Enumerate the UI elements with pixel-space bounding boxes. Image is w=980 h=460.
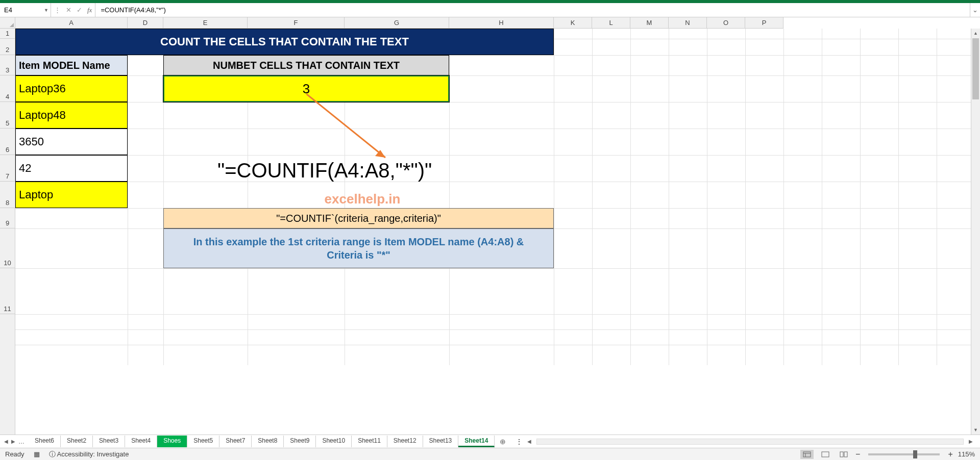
- sheet-tab-shoes[interactable]: Shoes: [157, 436, 187, 447]
- column-headers: ADEFGHKLMNOP: [15, 17, 783, 29]
- row-header-8[interactable]: 8: [0, 182, 15, 208]
- col-header-D[interactable]: D: [128, 17, 163, 28]
- formula-controls: ⋮ ✕ ✓ fx: [51, 3, 95, 17]
- tab-next-icon[interactable]: ▶: [11, 439, 15, 444]
- sheet-tab-sheet7[interactable]: Sheet7: [219, 436, 252, 447]
- name-box-value: E4: [4, 6, 12, 14]
- dots-icon[interactable]: ⋮: [54, 6, 61, 14]
- col-header-F[interactable]: F: [248, 17, 345, 28]
- col-header-G[interactable]: G: [345, 17, 449, 28]
- tabs-container: Sheet6Sheet2Sheet3Sheet4ShoesSheet5Sheet…: [29, 436, 495, 447]
- big-formula-text: "=COUNTIF(A4:A8,"*")": [214, 155, 572, 186]
- zoom-slider[interactable]: [868, 453, 940, 455]
- formula-expand-icon[interactable]: ⌄: [970, 3, 980, 17]
- col-header-P[interactable]: P: [745, 17, 783, 28]
- title-banner: COUNT THE CELLS THAT CONTAIN THE TEXT: [15, 29, 554, 55]
- row-header-1[interactable]: 1: [0, 29, 15, 39]
- tab-more-icon[interactable]: …: [18, 438, 24, 445]
- status-right: − + 115%: [800, 450, 975, 459]
- formula-input[interactable]: =COUNTIF(A4:A8,"*"): [95, 3, 970, 17]
- arrow-annotation: [306, 94, 398, 165]
- row-header-2[interactable]: 2: [0, 39, 15, 55]
- scroll-down-icon[interactable]: ▼: [971, 425, 980, 435]
- view-normal-icon[interactable]: [800, 450, 814, 459]
- sheet-tab-sheet6[interactable]: Sheet6: [29, 436, 61, 447]
- cancel-icon[interactable]: ✕: [66, 6, 71, 14]
- name-box[interactable]: E4 ▼: [0, 3, 51, 17]
- col-header-N[interactable]: N: [669, 17, 707, 28]
- hscroll-left-icon[interactable]: ◀: [525, 439, 533, 444]
- col-header-M[interactable]: M: [630, 17, 669, 28]
- sheet-tab-sheet3[interactable]: Sheet3: [93, 436, 125, 447]
- header-item-model: Item MODEL Name: [15, 55, 128, 75]
- hscroll-handle-icon[interactable]: ⋮: [516, 438, 522, 445]
- sheet-tab-sheet13[interactable]: Sheet13: [423, 436, 459, 447]
- formula-bar: E4 ▼ ⋮ ✕ ✓ fx =COUNTIF(A4:A8,"*") ⌄: [0, 3, 980, 17]
- col-header-H[interactable]: H: [449, 17, 554, 28]
- tab-nav: ◀ ▶ …: [0, 438, 29, 445]
- col-header-O[interactable]: O: [707, 17, 745, 28]
- row-header-6[interactable]: 6: [0, 129, 15, 155]
- scroll-up-icon[interactable]: ▲: [971, 29, 980, 38]
- result-value: 3: [303, 81, 310, 97]
- scroll-track[interactable]: [971, 100, 980, 425]
- sheet-tab-sheet11[interactable]: Sheet11: [352, 436, 387, 447]
- header-a-text: Item MODEL Name: [19, 60, 110, 71]
- view-page-break-icon[interactable]: [837, 450, 850, 459]
- row-header-11[interactable]: 11: [0, 268, 15, 314]
- zoom-out-button[interactable]: −: [855, 450, 860, 459]
- col-header-K[interactable]: K: [554, 17, 592, 28]
- accessibility-icon: ⓘ: [49, 450, 56, 458]
- hscroll-right-icon[interactable]: ▶: [967, 439, 975, 444]
- zoom-in-button[interactable]: +: [948, 450, 952, 459]
- svg-line-0: [306, 94, 385, 158]
- tab-prev-icon[interactable]: ◀: [4, 439, 8, 444]
- title-text: COUNT THE CELLS THAT CONTAIN THE TEXT: [160, 35, 409, 48]
- col-header-E[interactable]: E: [163, 17, 248, 28]
- cell-a7[interactable]: 42: [15, 155, 128, 182]
- add-sheet-button[interactable]: ⊕: [495, 438, 511, 446]
- col-header-L[interactable]: L: [592, 17, 630, 28]
- cell-a6[interactable]: 3650: [15, 129, 128, 155]
- sheet-tab-sheet4[interactable]: Sheet4: [125, 436, 157, 447]
- zoom-level[interactable]: 115%: [958, 450, 975, 458]
- accessibility-status[interactable]: ⓘ Accessibility: Investigate: [49, 450, 129, 459]
- svg-rect-2: [803, 452, 811, 457]
- chevron-down-icon[interactable]: ▼: [44, 8, 48, 13]
- sheet-tab-sheet8[interactable]: Sheet8: [252, 436, 284, 447]
- sheet-tab-sheet10[interactable]: Sheet10: [316, 436, 352, 447]
- cell-grid[interactable]: COUNT THE CELLS THAT CONTAIN THE TEXT It…: [15, 29, 980, 435]
- zoom-handle[interactable]: [913, 450, 917, 458]
- col-header-A[interactable]: A: [15, 17, 128, 28]
- vertical-scrollbar[interactable]: ▲ ▼: [971, 29, 980, 435]
- macro-icon[interactable]: ▦: [34, 450, 40, 458]
- formula-text: =COUNTIF(A4:A8,"*"): [101, 6, 165, 14]
- cell-a8[interactable]: Laptop: [15, 182, 128, 208]
- scroll-thumb[interactable]: [972, 38, 979, 99]
- fx-icon[interactable]: fx: [87, 6, 92, 14]
- sheet-tab-sheet12[interactable]: Sheet12: [387, 436, 423, 447]
- excel-app: E4 ▼ ⋮ ✕ ✓ fx =COUNTIF(A4:A8,"*") ⌄ ADEF…: [0, 0, 980, 460]
- row-header-3[interactable]: 3: [0, 55, 15, 75]
- cell-a4[interactable]: Laptop36: [15, 75, 128, 102]
- row-header-9[interactable]: 9: [0, 208, 15, 228]
- sheet-tab-sheet2[interactable]: Sheet2: [61, 436, 93, 447]
- sheet-tab-sheet5[interactable]: Sheet5: [187, 436, 219, 447]
- sheet-tab-sheet14[interactable]: Sheet14: [458, 436, 495, 447]
- svg-rect-7: [844, 452, 847, 457]
- svg-rect-5: [822, 452, 829, 457]
- select-all-corner[interactable]: [0, 17, 15, 29]
- row-header-10[interactable]: 10: [0, 228, 15, 268]
- syntax-box: "=COUNTIF`(criteria_range,criteria)": [163, 208, 554, 228]
- hscroll-track[interactable]: [536, 439, 964, 445]
- cell-a5[interactable]: Laptop48: [15, 102, 128, 129]
- row-header-4[interactable]: 4: [0, 75, 15, 102]
- cell-e4-result[interactable]: 3: [163, 75, 449, 102]
- accept-icon[interactable]: ✓: [77, 6, 82, 14]
- row-header-7[interactable]: 7: [0, 155, 15, 182]
- status-bar: Ready ▦ ⓘ Accessibility: Investigate − +…: [0, 448, 980, 460]
- view-page-layout-icon[interactable]: [819, 450, 832, 459]
- sheet-tab-sheet9[interactable]: Sheet9: [284, 436, 316, 447]
- status-ready: Ready: [5, 450, 24, 458]
- row-header-5[interactable]: 5: [0, 102, 15, 129]
